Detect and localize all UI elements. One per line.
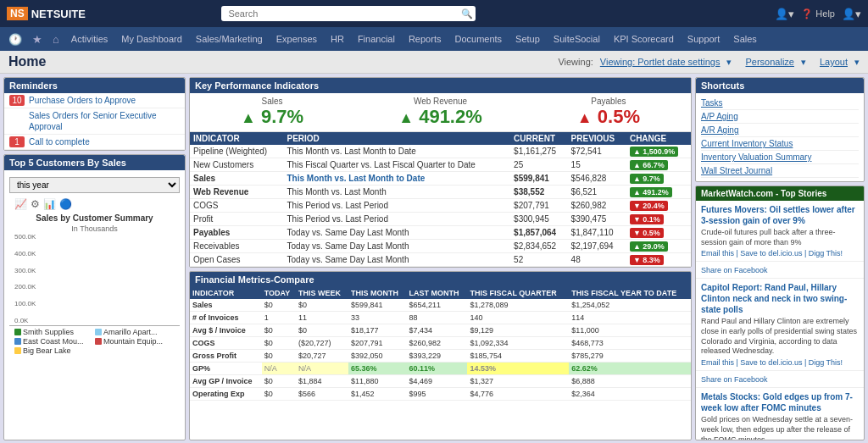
personalize-link[interactable]: Personalize xyxy=(745,57,793,67)
shortcut-link-4[interactable]: Inventory Valuation Summary xyxy=(701,151,859,164)
user-settings-icon[interactable]: 👤▾ xyxy=(775,8,794,20)
nav-hr[interactable]: HR xyxy=(324,30,351,47)
news-story-3: Share on Facebook xyxy=(696,371,864,388)
kpi-cell-current-3: $38,552 xyxy=(510,186,567,199)
kpi-row-2: Sales This Month vs. Last Month to Date … xyxy=(190,172,691,186)
kpi-cell-current-7: $2,834,652 xyxy=(510,240,567,253)
chart-filter-icon[interactable]: ⚙ xyxy=(31,198,40,210)
fm-cell-ytd-3: $468,773 xyxy=(569,337,691,350)
shortcut-link-1[interactable]: A/P Aging xyxy=(701,110,859,124)
layout-down-icon[interactable]: ▾ xyxy=(854,57,860,68)
shortcut-link-5[interactable]: Wall Street Journal xyxy=(701,164,859,178)
down-arrow-icon[interactable]: ▾ xyxy=(726,57,732,68)
nav-financial[interactable]: Financial xyxy=(351,30,402,47)
legend-item-bigbear: Big Bear Lake xyxy=(14,346,94,355)
nav-kpi-scorecard[interactable]: KPI Scorecard xyxy=(607,30,681,47)
news-title-0[interactable]: Futures Movers: Oil settles lower after … xyxy=(701,204,859,226)
marketwatch-panel: MarketWatch.com - Top Stories Futures Mo… xyxy=(695,186,865,440)
logo: NS NETSUITE xyxy=(7,7,86,20)
news-title-2[interactable]: Capitol Report: Rand Paul, Hillary Clint… xyxy=(701,282,859,315)
kpi-cell-change-1: ▲ 66.7% xyxy=(626,158,691,172)
kpi-cell-change-5: ▼ 0.1% xyxy=(626,213,691,226)
nav-support[interactable]: Support xyxy=(681,30,727,47)
news-title-4[interactable]: Metals Stocks: Gold edges up from 7-week… xyxy=(701,391,859,413)
nav-expenses[interactable]: Expenses xyxy=(270,30,324,47)
user-icon[interactable]: 👤▾ xyxy=(842,8,861,20)
help-icon[interactable]: ❓ Help xyxy=(801,8,835,19)
share-facebook-1[interactable]: Share on Facebook xyxy=(701,266,768,274)
layout-link[interactable]: Layout xyxy=(820,57,848,67)
fm-cell-month-5: 65.36% xyxy=(348,363,407,375)
reminder-text-1[interactable]: Purchase Orders to Approve xyxy=(29,95,136,106)
shortcuts-header: Shortcuts xyxy=(696,78,864,93)
share-facebook-3[interactable]: Share on Facebook xyxy=(701,375,768,384)
kpi-payables-value: ▲ 0.5% xyxy=(577,106,640,128)
topbar: NS NETSUITE 🔍 👤▾ ❓ Help 👤▾ xyxy=(0,0,868,27)
financial-metrics-header: Financial Metrics-Compare xyxy=(190,272,691,287)
page-header: Home Viewing: Viewing: Portlet date sett… xyxy=(0,51,868,74)
kpi-cell-current-8: 52 xyxy=(510,253,567,267)
nav-sales-marketing[interactable]: Sales/Marketing xyxy=(189,30,270,47)
shortcuts-panel: Shortcuts TasksA/P AgingA/R AgingCurrent… xyxy=(695,77,865,182)
personalize-down-icon[interactable]: ▾ xyxy=(801,57,806,68)
kpi-cell-current-0: $1,161,275 xyxy=(510,145,567,158)
logo-text: NETSUITE xyxy=(31,8,86,20)
kpi-cell-change-3: ▲ 491.2% xyxy=(626,186,691,199)
shortcut-link-0[interactable]: Tasks xyxy=(701,97,859,110)
portlet-date-settings-link[interactable]: Viewing: Portlet date settings xyxy=(600,57,721,67)
top5-header: Top 5 Customers By Sales xyxy=(4,155,185,170)
shortcut-link-3[interactable]: Current Inventory Status xyxy=(701,137,859,151)
nav-sales[interactable]: Sales xyxy=(726,30,764,47)
shortcut-link-2[interactable]: A/R Aging xyxy=(701,124,859,137)
kpi-webrev-value: ▲ 491.2% xyxy=(398,106,482,128)
kpi-table-body: Pipeline (Weighted) This Month vs. Last … xyxy=(190,145,691,267)
fm-col-last-month: LAST MONTH xyxy=(407,287,468,299)
kpi-cell-period-0: This Month vs. Last Month to Date xyxy=(284,145,511,158)
reminder-text-2[interactable]: Sales Orders for Senior Executive Approv… xyxy=(9,110,180,132)
nav-history-icon[interactable]: 🕐 xyxy=(3,30,27,49)
kpi-col-current: CURRENT xyxy=(510,132,567,145)
kpi-cell-previous-1: 15 xyxy=(568,158,626,172)
legend-dot-bigbear xyxy=(14,347,21,354)
nav-activities[interactable]: Activities xyxy=(64,30,114,47)
nav-home-icon[interactable]: ⌂ xyxy=(47,30,64,49)
fm-cell-today-4: $0 xyxy=(262,350,296,363)
nav-my-dashboard[interactable]: My Dashboard xyxy=(114,30,189,47)
fm-cell-ytd-5: 62.62% xyxy=(569,363,691,375)
reminder-text-3[interactable]: Call to complete xyxy=(29,136,90,147)
search-input[interactable] xyxy=(221,6,476,21)
chart-pie-icon[interactable]: 🔵 xyxy=(59,198,72,210)
kpi-sales-label: Sales xyxy=(241,97,303,106)
fm-cell-week-5: N/A xyxy=(296,363,348,375)
nav-suitesocial[interactable]: SuiteSocial xyxy=(547,30,607,47)
fm-cell-week-4: $20,727 xyxy=(296,350,348,363)
kpi-cell-previous-6: $1,847,110 xyxy=(568,226,626,240)
period-select[interactable]: this year last year xyxy=(9,177,180,193)
nav-reports[interactable]: Reports xyxy=(402,30,448,47)
kpi-webrev-label: Web Revenue xyxy=(398,97,482,106)
chart-bar-icon[interactable]: 📊 xyxy=(43,198,56,210)
navbar: 🕐 ★ ⌂ Activities My Dashboard Sales/Mark… xyxy=(0,27,868,51)
kpi-col-indicator: INDICATOR xyxy=(190,132,284,145)
fm-table-body: Sales $0 $0 $599,841 $654,211 $1,278,089… xyxy=(190,299,691,401)
fm-cell-lastmonth-4: $393,229 xyxy=(407,350,468,363)
kpi-cell-indicator-4: COGS xyxy=(190,199,284,213)
search-icon[interactable]: 🔍 xyxy=(461,8,473,19)
fm-cell-lastmonth-1: 88 xyxy=(407,312,468,324)
kpi-cell-period-8: Today vs. Same Day Last Month xyxy=(284,253,511,267)
kpi-row-0: Pipeline (Weighted) This Month vs. Last … xyxy=(190,145,691,158)
nav-star-icon[interactable]: ★ xyxy=(27,30,47,49)
y-label-0k: 0.0K xyxy=(14,317,36,324)
kpi-cell-period-5: This Period vs. Last Period xyxy=(284,213,511,226)
kpi-cell-change-4: ▼ 20.4% xyxy=(626,199,691,213)
nav-setup[interactable]: Setup xyxy=(509,30,547,47)
kpi-cell-indicator-5: Profit xyxy=(190,213,284,226)
fm-cell-lastmonth-2: $7,434 xyxy=(407,324,468,337)
nav-documents[interactable]: Documents xyxy=(448,30,509,47)
chart-line-icon[interactable]: 📈 xyxy=(14,198,27,210)
fm-row-2: Avg $ / Invoice $0 $0 $18,177 $7,434 $9,… xyxy=(190,324,691,337)
legend-item-mountain: Mountain Equip... xyxy=(95,337,175,346)
kpi-cell-period-1: This Fiscal Quarter vs. Last Fiscal Quar… xyxy=(284,158,511,172)
fm-row-4: Gross Profit $0 $20,727 $392,050 $393,22… xyxy=(190,350,691,363)
chart-controls: 📈 ⚙ 📊 🔵 xyxy=(9,197,180,212)
